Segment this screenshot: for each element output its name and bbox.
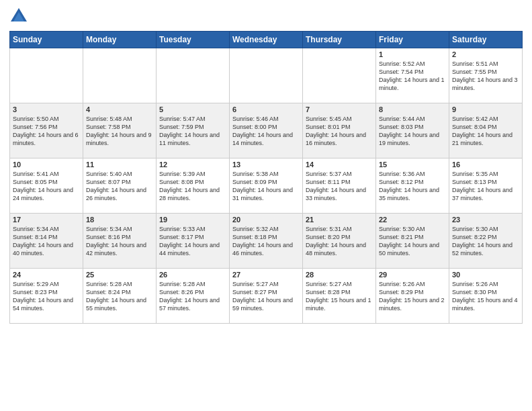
day-number: 18 — [86, 216, 153, 224]
day-number: 21 — [306, 216, 373, 224]
day-info: Sunrise: 5:28 AM Sunset: 8:24 PM Dayligh… — [86, 280, 153, 313]
calendar-cell: 9Sunrise: 5:42 AM Sunset: 8:04 PM Daylig… — [449, 103, 523, 158]
calendar-cell: 2Sunrise: 5:51 AM Sunset: 7:55 PM Daylig… — [449, 48, 523, 103]
day-info: Sunrise: 5:47 AM Sunset: 7:59 PM Dayligh… — [159, 115, 226, 148]
calendar-cell: 19Sunrise: 5:33 AM Sunset: 8:17 PM Dayli… — [157, 214, 230, 269]
calendar-cell: 29Sunrise: 5:26 AM Sunset: 8:29 PM Dayli… — [376, 269, 449, 324]
day-info: Sunrise: 5:44 AM Sunset: 8:03 PM Dayligh… — [379, 115, 446, 148]
day-number: 2 — [452, 50, 519, 58]
calendar-week-row: 1Sunrise: 5:52 AM Sunset: 7:54 PM Daylig… — [10, 48, 523, 103]
calendar-cell: 28Sunrise: 5:27 AM Sunset: 8:28 PM Dayli… — [303, 269, 376, 324]
day-number: 16 — [452, 161, 519, 169]
day-info: Sunrise: 5:30 AM Sunset: 8:22 PM Dayligh… — [452, 225, 519, 258]
day-number: 7 — [306, 105, 373, 113]
day-info: Sunrise: 5:26 AM Sunset: 8:30 PM Dayligh… — [452, 280, 519, 313]
calendar-cell: 22Sunrise: 5:30 AM Sunset: 8:21 PM Dayli… — [376, 214, 449, 269]
calendar-cell — [157, 48, 230, 103]
calendar-cell: 10Sunrise: 5:41 AM Sunset: 8:05 PM Dayli… — [10, 158, 83, 214]
weekday-header: Friday — [376, 32, 449, 48]
calendar-cell — [83, 48, 157, 103]
day-info: Sunrise: 5:46 AM Sunset: 8:00 PM Dayligh… — [232, 115, 300, 148]
calendar-cell: 21Sunrise: 5:31 AM Sunset: 8:20 PM Dayli… — [303, 214, 376, 269]
calendar-cell: 27Sunrise: 5:27 AM Sunset: 8:27 PM Dayli… — [230, 269, 303, 324]
logo-icon — [9, 7, 28, 26]
day-info: Sunrise: 5:30 AM Sunset: 8:21 PM Dayligh… — [379, 225, 446, 258]
day-number: 6 — [232, 105, 300, 113]
day-number: 8 — [379, 105, 446, 113]
day-info: Sunrise: 5:51 AM Sunset: 7:55 PM Dayligh… — [452, 60, 519, 93]
day-info: Sunrise: 5:27 AM Sunset: 8:28 PM Dayligh… — [306, 280, 373, 313]
day-info: Sunrise: 5:42 AM Sunset: 8:04 PM Dayligh… — [452, 115, 519, 148]
weekday-header: Monday — [83, 32, 157, 48]
calendar-cell: 8Sunrise: 5:44 AM Sunset: 8:03 PM Daylig… — [376, 103, 449, 158]
calendar-cell: 4Sunrise: 5:48 AM Sunset: 7:58 PM Daylig… — [83, 103, 157, 158]
calendar-cell — [10, 48, 83, 103]
calendar-week-row: 3Sunrise: 5:50 AM Sunset: 7:56 PM Daylig… — [10, 103, 523, 158]
calendar-header: SundayMondayTuesdayWednesdayThursdayFrid… — [10, 32, 523, 48]
calendar-cell: 17Sunrise: 5:34 AM Sunset: 8:14 PM Dayli… — [10, 214, 83, 269]
day-number: 20 — [232, 216, 300, 224]
day-info: Sunrise: 5:34 AM Sunset: 8:14 PM Dayligh… — [13, 225, 80, 258]
calendar-cell: 15Sunrise: 5:36 AM Sunset: 8:12 PM Dayli… — [376, 158, 449, 214]
day-info: Sunrise: 5:41 AM Sunset: 8:05 PM Dayligh… — [13, 170, 80, 203]
calendar-cell: 1Sunrise: 5:52 AM Sunset: 7:54 PM Daylig… — [376, 48, 449, 103]
calendar-week-row: 17Sunrise: 5:34 AM Sunset: 8:14 PM Dayli… — [10, 214, 523, 269]
day-number: 27 — [232, 271, 300, 279]
day-number: 28 — [306, 271, 373, 279]
day-info: Sunrise: 5:52 AM Sunset: 7:54 PM Dayligh… — [379, 60, 446, 93]
day-number: 29 — [379, 271, 446, 279]
day-info: Sunrise: 5:29 AM Sunset: 8:23 PM Dayligh… — [13, 280, 80, 313]
day-number: 3 — [13, 105, 80, 113]
calendar-cell: 30Sunrise: 5:26 AM Sunset: 8:30 PM Dayli… — [449, 269, 523, 324]
day-info: Sunrise: 5:36 AM Sunset: 8:12 PM Dayligh… — [379, 170, 446, 203]
calendar-cell: 26Sunrise: 5:28 AM Sunset: 8:26 PM Dayli… — [157, 269, 230, 324]
calendar-cell: 24Sunrise: 5:29 AM Sunset: 8:23 PM Dayli… — [10, 269, 83, 324]
day-number: 4 — [86, 105, 153, 113]
calendar-cell: 3Sunrise: 5:50 AM Sunset: 7:56 PM Daylig… — [10, 103, 83, 158]
calendar-cell: 13Sunrise: 5:38 AM Sunset: 8:09 PM Dayli… — [230, 158, 303, 214]
calendar-cell — [230, 48, 303, 103]
header — [9, 7, 523, 26]
weekday-header: Saturday — [449, 32, 523, 48]
day-info: Sunrise: 5:38 AM Sunset: 8:09 PM Dayligh… — [232, 170, 300, 203]
day-number: 14 — [306, 161, 373, 169]
day-info: Sunrise: 5:37 AM Sunset: 8:11 PM Dayligh… — [306, 170, 373, 203]
day-number: 22 — [379, 216, 446, 224]
day-info: Sunrise: 5:39 AM Sunset: 8:08 PM Dayligh… — [159, 170, 226, 203]
calendar-cell: 16Sunrise: 5:35 AM Sunset: 8:13 PM Dayli… — [449, 158, 523, 214]
weekday-header: Thursday — [303, 32, 376, 48]
day-number: 13 — [232, 161, 300, 169]
calendar-cell: 7Sunrise: 5:45 AM Sunset: 8:01 PM Daylig… — [303, 103, 376, 158]
day-number: 10 — [13, 161, 80, 169]
day-number: 26 — [159, 271, 226, 279]
day-number: 25 — [86, 271, 153, 279]
day-number: 23 — [452, 216, 519, 224]
page-container: SundayMondayTuesdayWednesdayThursdayFrid… — [0, 0, 532, 411]
calendar-table: SundayMondayTuesdayWednesdayThursdayFrid… — [9, 31, 523, 324]
weekday-header: Tuesday — [157, 32, 230, 48]
calendar-cell: 25Sunrise: 5:28 AM Sunset: 8:24 PM Dayli… — [83, 269, 157, 324]
day-info: Sunrise: 5:34 AM Sunset: 8:16 PM Dayligh… — [86, 225, 153, 258]
day-info: Sunrise: 5:32 AM Sunset: 8:18 PM Dayligh… — [232, 225, 300, 258]
calendar-week-row: 10Sunrise: 5:41 AM Sunset: 8:05 PM Dayli… — [10, 158, 523, 214]
calendar-cell: 20Sunrise: 5:32 AM Sunset: 8:18 PM Dayli… — [230, 214, 303, 269]
day-number: 17 — [13, 216, 80, 224]
day-number: 12 — [159, 161, 226, 169]
day-number: 19 — [159, 216, 226, 224]
calendar-cell: 23Sunrise: 5:30 AM Sunset: 8:22 PM Dayli… — [449, 214, 523, 269]
day-number: 5 — [159, 105, 226, 113]
calendar-body: 1Sunrise: 5:52 AM Sunset: 7:54 PM Daylig… — [10, 48, 523, 324]
day-number: 15 — [379, 161, 446, 169]
calendar-week-row: 24Sunrise: 5:29 AM Sunset: 8:23 PM Dayli… — [10, 269, 523, 324]
calendar-cell: 18Sunrise: 5:34 AM Sunset: 8:16 PM Dayli… — [83, 214, 157, 269]
day-info: Sunrise: 5:40 AM Sunset: 8:07 PM Dayligh… — [86, 170, 153, 203]
weekday-header: Wednesday — [230, 32, 303, 48]
calendar-cell: 12Sunrise: 5:39 AM Sunset: 8:08 PM Dayli… — [157, 158, 230, 214]
day-info: Sunrise: 5:45 AM Sunset: 8:01 PM Dayligh… — [306, 115, 373, 148]
day-number: 30 — [452, 271, 519, 279]
calendar-cell: 11Sunrise: 5:40 AM Sunset: 8:07 PM Dayli… — [83, 158, 157, 214]
day-number: 1 — [379, 50, 446, 58]
day-info: Sunrise: 5:48 AM Sunset: 7:58 PM Dayligh… — [86, 115, 153, 148]
logo — [9, 7, 31, 26]
calendar-cell: 14Sunrise: 5:37 AM Sunset: 8:11 PM Dayli… — [303, 158, 376, 214]
